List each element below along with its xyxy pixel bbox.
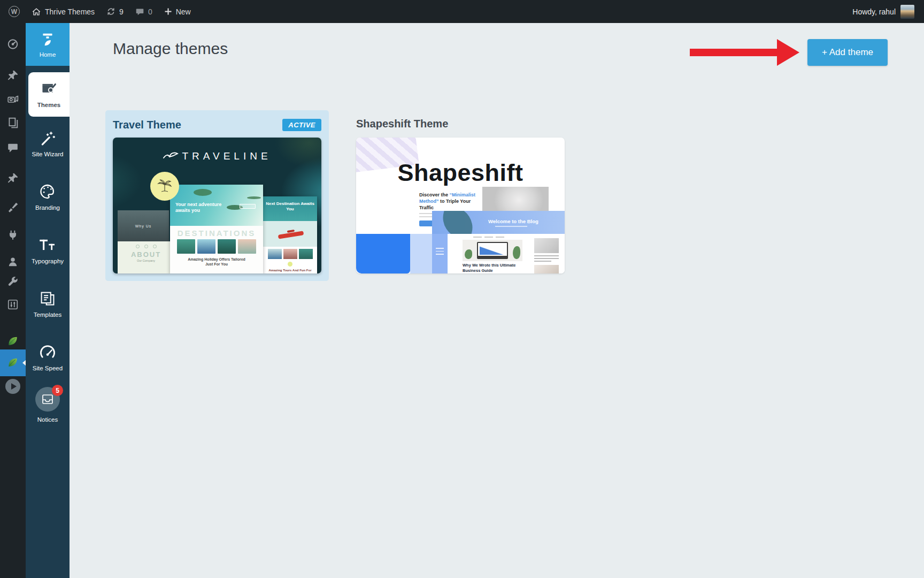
leaf-graphic	[438, 211, 477, 234]
travel-destination-page: Next Destination Awaits You Amazing Tour…	[263, 196, 317, 273]
sidebar-item-label: Site Wizard	[32, 151, 64, 157]
sidebar-thumb	[534, 238, 559, 253]
site-name-link[interactable]: Thrive Themes	[26, 0, 101, 23]
sidebar-item-themes[interactable]: Themes	[28, 72, 70, 117]
thrive-home-icon	[40, 32, 56, 48]
magic-wand-icon	[40, 130, 56, 146]
palette-icon	[39, 184, 56, 200]
theme-card-shapeshift[interactable]: Shapeshift Theme Shapeshift Discover the…	[356, 110, 565, 273]
account-menu[interactable]: Howdy, rahul	[852, 5, 915, 19]
appearance-brush-icon[interactable]	[7, 201, 19, 212]
play-plugin-icon[interactable]	[5, 379, 20, 394]
medium-blue-column	[432, 234, 448, 273]
pages-icon[interactable]	[7, 117, 19, 128]
thrive-leaf-icon[interactable]	[7, 335, 19, 347]
article-title: Why We Wrote this Ultimate Business Guid…	[463, 263, 532, 273]
site-name-label: Thrive Themes	[45, 7, 95, 16]
tools-wrench-icon[interactable]	[7, 276, 19, 287]
sidebar-item-typography[interactable]: Typography	[26, 237, 70, 264]
palm-badge-icon	[150, 172, 179, 201]
sidebar-item-notices[interactable]: 5 Notices	[26, 387, 70, 423]
sidebar-item-templates[interactable]: Templates	[26, 291, 70, 318]
theme-name: Shapeshift Theme	[356, 118, 565, 132]
travel-why-us-panel: Why Us	[118, 210, 169, 241]
blue-block-graphic	[356, 234, 410, 273]
sidebar-item-label: Themes	[37, 102, 60, 108]
wordpress-admin-screen: W Thrive Themes 9 0 New	[0, 0, 924, 578]
comments-menu[interactable]: 0	[129, 0, 158, 23]
posts-pin-icon[interactable]	[7, 70, 19, 81]
wp-rail-item-thrive-active[interactable]	[0, 349, 26, 376]
media-icon[interactable]	[7, 94, 19, 105]
travel-home-page: Your next adventure awaits you DESTINATI…	[170, 185, 263, 273]
theme-card-travel[interactable]: Travel Theme ACTIVE TRAVELINE	[105, 110, 329, 281]
comment-icon	[135, 7, 144, 16]
templates-icon	[39, 291, 56, 307]
seaplane-graphic	[278, 231, 304, 239]
sidebar-item-branding[interactable]: Branding	[26, 184, 70, 211]
inbox-icon	[41, 393, 54, 405]
page-title: Manage themes	[113, 40, 228, 58]
comments-icon[interactable]	[7, 142, 19, 154]
notices-circle: 5	[35, 387, 60, 412]
typography-icon	[38, 237, 57, 253]
shapeshift-logo: Shapeshift	[356, 159, 565, 187]
users-icon[interactable]	[7, 256, 19, 268]
avatar	[900, 5, 914, 19]
dashboard-icon[interactable]	[7, 38, 19, 50]
plugins-icon[interactable]	[7, 229, 19, 241]
sidebar-thumb	[534, 265, 559, 273]
updates-menu[interactable]: 9	[101, 0, 129, 23]
person-photo	[482, 187, 549, 211]
home-icon	[32, 7, 41, 17]
theme-name: Travel Theme	[113, 119, 181, 131]
themes-brush-icon	[41, 81, 58, 97]
speedometer-icon	[39, 344, 56, 360]
annotation-arrow-head	[777, 39, 799, 66]
new-label: New	[176, 7, 191, 16]
wordpress-logo-icon: W	[9, 6, 20, 17]
sidebar-item-label: Templates	[34, 311, 61, 318]
updates-icon	[106, 7, 116, 16]
new-menu[interactable]: New	[158, 0, 197, 23]
mini-button	[240, 204, 256, 209]
sidebar-item-label: Home	[40, 51, 56, 58]
sidebar-item-label: Typography	[32, 258, 64, 264]
settings-sliders-icon[interactable]	[7, 299, 19, 310]
add-theme-button[interactable]: + Add theme	[807, 39, 888, 66]
sidebar-item-label: Site Speed	[33, 365, 63, 371]
greeting-label: Howdy, rahul	[852, 7, 896, 16]
thrive-leaf-active-icon	[7, 356, 19, 368]
sidebar-item-label: Notices	[37, 416, 58, 423]
themes-grid: Travel Theme ACTIVE TRAVELINE	[105, 110, 565, 281]
pin-plugin-icon[interactable]	[7, 172, 19, 184]
blog-banner: Welcome to the Blog	[432, 211, 565, 234]
wordpress-logo-menu[interactable]: W	[9, 0, 26, 23]
light-blue-column	[410, 234, 432, 273]
traveline-logo: TRAVELINE	[113, 150, 321, 162]
theme-preview-travel: TRAVELINE Why Us ABOUT Our Co	[113, 138, 321, 273]
admin-bar: W Thrive Themes 9 0 New	[0, 0, 924, 23]
sidebar-item-site-speed[interactable]: Site Speed	[26, 344, 70, 371]
status-badge: ACTIVE	[282, 119, 321, 131]
theme-preview-shapeshift: Shapeshift Discover the “Minimalist Meth…	[356, 138, 565, 273]
blog-section: Why We Wrote this Ultimate Business Guid…	[448, 234, 565, 273]
plus-icon	[164, 7, 172, 16]
bird-icon	[163, 151, 179, 161]
dot-icon	[288, 262, 292, 267]
sidebar-item-home[interactable]: Home	[26, 23, 70, 66]
notices-badge: 5	[52, 385, 63, 396]
wp-admin-rail	[0, 23, 26, 578]
sidebar-item-site-wizard[interactable]: Site Wizard	[26, 130, 70, 157]
sidebar-item-label: Branding	[35, 204, 60, 211]
main-content: Manage themes + Add theme Travel Theme A…	[70, 23, 924, 578]
comments-count: 0	[148, 7, 152, 16]
annotation-arrow-shaft	[690, 49, 777, 56]
travel-about-panel: ABOUT Our Company	[118, 241, 174, 273]
thrive-sidebar: Home Themes Site Wizard	[26, 23, 70, 578]
updates-count: 9	[119, 7, 124, 16]
laptop-photo	[463, 240, 522, 261]
